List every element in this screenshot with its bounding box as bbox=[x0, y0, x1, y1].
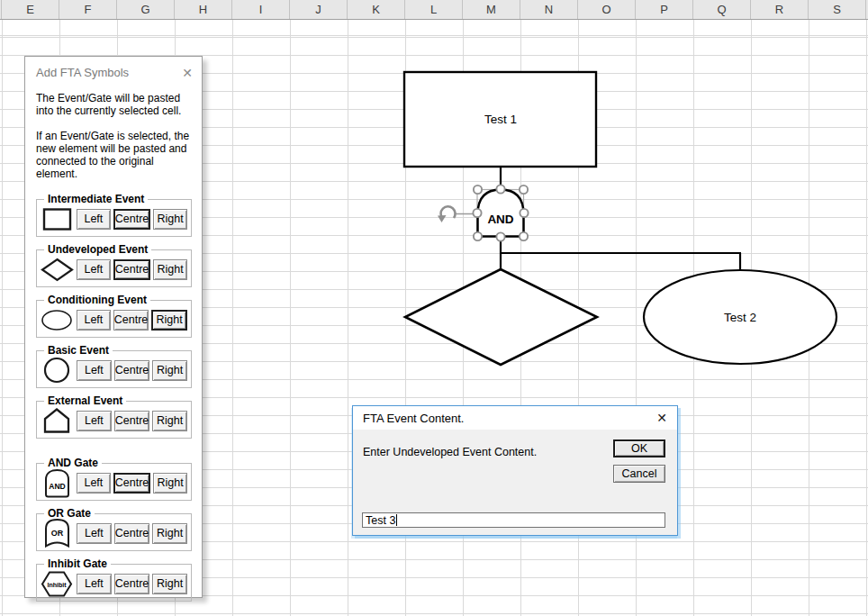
prompt-text: Enter Undeveloped Event Content. bbox=[363, 446, 537, 458]
section-and-gate: AND Gate AND Left Centre Right bbox=[36, 457, 192, 501]
svg-text:Inhibit: Inhibit bbox=[48, 581, 68, 587]
circle-icon bbox=[40, 357, 74, 384]
inhibit-centre-button[interactable]: Centre bbox=[114, 574, 150, 594]
ellipse-icon bbox=[40, 306, 74, 333]
cancel-button[interactable]: Cancel bbox=[613, 465, 665, 483]
inhibit-gate-icon: Inhibit bbox=[40, 570, 74, 597]
conditioning-event-label: Test 2 bbox=[724, 311, 756, 324]
section-inhibit-gate: Inhibit Gate Inhibit Left Centre Right bbox=[36, 557, 192, 602]
handle-top-left[interactable] bbox=[474, 186, 482, 194]
and-centre-button[interactable]: Centre bbox=[113, 473, 151, 494]
rectangle-icon bbox=[40, 205, 74, 232]
handle-bottom-right[interactable] bbox=[520, 232, 528, 240]
and-right-button[interactable]: Right bbox=[153, 473, 187, 494]
external-right-button[interactable]: Right bbox=[152, 411, 187, 431]
and-left-button[interactable]: Left bbox=[77, 473, 111, 494]
section-intermediate-event: Intermediate Event Left Centre Right bbox=[36, 193, 192, 237]
external-centre-button[interactable]: Centre bbox=[114, 411, 150, 431]
intro-text-1: The Event/Gate will be pasted into the c… bbox=[36, 92, 193, 117]
svg-text:AND: AND bbox=[49, 482, 65, 491]
or-gate-icon: OR bbox=[40, 520, 74, 547]
undeveloped-centre-button[interactable]: Centre bbox=[113, 259, 151, 280]
undeveloped-right-button[interactable]: Right bbox=[153, 259, 187, 280]
input-value: Test 3 bbox=[366, 514, 395, 527]
intro-text-2: If an Event/Gate is selected, the new el… bbox=[36, 130, 193, 180]
house-icon bbox=[40, 407, 74, 434]
conditioning-left-button[interactable]: Left bbox=[77, 310, 111, 331]
section-basic-event: Basic Event Left Centre Right bbox=[36, 344, 192, 388]
undeveloped-left-button[interactable]: Left bbox=[77, 259, 111, 280]
intermediate-right-button[interactable]: Right bbox=[153, 209, 187, 230]
basic-left-button[interactable]: Left bbox=[77, 360, 112, 381]
or-left-button[interactable]: Left bbox=[77, 523, 112, 544]
handle-middle-left[interactable] bbox=[473, 209, 481, 217]
ok-button[interactable]: OK bbox=[613, 439, 665, 457]
section-external-event: External Event Left Centre Right bbox=[36, 394, 192, 439]
dialog-title: Add FTA Symbols bbox=[36, 66, 182, 79]
section-label: Basic Event bbox=[44, 344, 113, 357]
basic-right-button[interactable]: Right bbox=[152, 360, 187, 381]
handle-middle-right[interactable] bbox=[520, 209, 528, 217]
intermediate-event-label: Test 1 bbox=[484, 113, 517, 126]
conditioning-centre-button[interactable]: Centre bbox=[113, 310, 149, 331]
inhibit-left-button[interactable]: Left bbox=[77, 574, 112, 594]
conditioning-right-button[interactable]: Right bbox=[151, 310, 187, 331]
handle-bottom-left[interactable] bbox=[474, 232, 482, 240]
fta-event-content-dialog: FTA Event Content. ✕ Enter Undeveloped E… bbox=[352, 405, 678, 536]
text-caret bbox=[396, 514, 397, 526]
section-conditioning-event: Conditioning Event Left Centre Right bbox=[36, 294, 192, 338]
dialog-title: FTA Event Content. bbox=[363, 412, 656, 425]
close-icon[interactable]: ✕ bbox=[182, 67, 193, 79]
handle-top-right[interactable] bbox=[520, 186, 528, 194]
inhibit-right-button[interactable]: Right bbox=[152, 574, 187, 594]
section-or-gate: OR Gate OR Left Centre Right bbox=[36, 507, 192, 551]
undeveloped-event-shape[interactable] bbox=[405, 269, 597, 365]
svg-text:OR: OR bbox=[50, 529, 63, 538]
basic-centre-button[interactable]: Centre bbox=[114, 360, 150, 381]
or-right-button[interactable]: Right bbox=[152, 523, 187, 544]
intermediate-left-button[interactable]: Left bbox=[77, 209, 111, 230]
diamond-icon bbox=[40, 256, 74, 283]
external-left-button[interactable]: Left bbox=[77, 411, 112, 431]
section-label: Conditioning Event bbox=[44, 294, 150, 306]
section-label: External Event bbox=[44, 394, 126, 407]
add-fta-symbols-dialog: Add FTA Symbols ✕ The Event/Gate will be… bbox=[24, 56, 203, 598]
event-content-input[interactable]: Test 3 bbox=[362, 512, 665, 528]
handle-top-middle[interactable] bbox=[496, 185, 504, 193]
section-label: Inhibit Gate bbox=[44, 557, 111, 570]
and-gate-label: AND bbox=[487, 213, 513, 226]
and-gate-icon: AND bbox=[40, 469, 74, 496]
section-label: Undeveloped Event bbox=[44, 243, 151, 256]
intermediate-centre-button[interactable]: Centre bbox=[113, 209, 151, 230]
dialog-titlebar: FTA Event Content. ✕ bbox=[353, 406, 677, 430]
section-undeveloped-event: Undeveloped Event Left Centre Right bbox=[36, 243, 192, 287]
handle-bottom-middle[interactable] bbox=[496, 232, 504, 240]
rotate-icon-arrowhead bbox=[438, 215, 447, 222]
close-icon[interactable]: ✕ bbox=[656, 412, 667, 424]
or-centre-button[interactable]: Centre bbox=[114, 523, 150, 544]
section-label: Intermediate Event bbox=[44, 193, 148, 205]
